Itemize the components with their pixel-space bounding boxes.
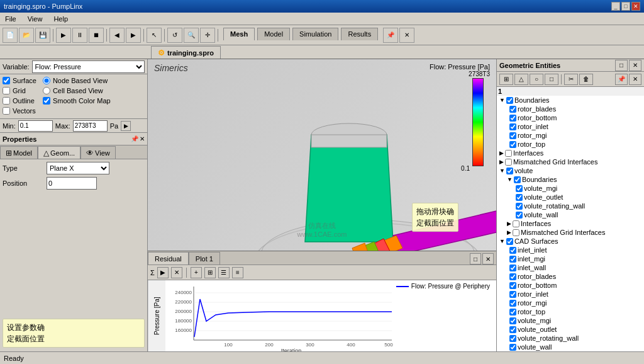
minmax-apply-button[interactable]: ▶ xyxy=(121,121,131,131)
props-tab-model[interactable]: ⊞ Model xyxy=(0,146,38,159)
cell-based-radio[interactable] xyxy=(43,87,50,94)
geo-btn-delete[interactable]: 🗑 xyxy=(579,74,593,85)
tree-volute-mgi-2[interactable]: volute_mgi xyxy=(497,316,644,325)
rotor-mgi-checkbox-2[interactable] xyxy=(509,300,516,307)
geo-btn-5[interactable]: ✂ xyxy=(564,74,578,85)
rotor-inlet-checkbox-2[interactable] xyxy=(509,291,516,298)
tree-volute-mgi[interactable]: volute_mgi xyxy=(497,184,644,193)
tree-volute-outlet-2[interactable]: volute_outlet xyxy=(497,325,644,334)
3d-viewport[interactable]: Simerics Flow: Pressure [Pa] 2738T3 0.1 xyxy=(148,59,496,251)
volute-mismatched-checkbox[interactable] xyxy=(513,229,519,236)
minimize-button[interactable]: _ xyxy=(611,2,620,11)
open-button[interactable]: 📂 xyxy=(19,28,34,43)
tree-rotor-blades-1[interactable]: rotor_blades xyxy=(497,105,644,113)
panel-close-button[interactable]: ✕ xyxy=(399,28,414,43)
props-tab-view[interactable]: 👁 View xyxy=(80,146,116,159)
rotor-blades-checkbox-2[interactable] xyxy=(509,273,516,280)
menu-view[interactable]: View xyxy=(25,15,45,23)
rotor-top-checkbox-1[interactable] xyxy=(509,141,516,148)
volute-mgi-checkbox[interactable] xyxy=(516,185,523,192)
tree-rotor-top-2[interactable]: rotor_top xyxy=(497,307,644,316)
min-input[interactable] xyxy=(18,120,53,132)
forward-button[interactable]: ▶ xyxy=(126,28,141,43)
pause-button[interactable]: ⏸ xyxy=(72,28,87,43)
tab-results[interactable]: Results xyxy=(341,28,378,40)
menu-help[interactable]: Help xyxy=(51,15,70,23)
volute-mgi-checkbox-2[interactable] xyxy=(509,317,516,324)
tree-cad-surfaces[interactable]: ▼ CAD Surfaces xyxy=(497,237,644,246)
geo-btn-4[interactable]: □ xyxy=(545,74,558,85)
tree-inlet-inlet[interactable]: inlet_inlet xyxy=(497,246,644,254)
rotor-blades-checkbox-1[interactable] xyxy=(509,106,516,113)
node-based-radio[interactable] xyxy=(43,77,50,84)
zoom-button[interactable]: 🔍 xyxy=(184,28,199,43)
panel-pin-button[interactable]: 📌 xyxy=(383,28,398,43)
position-input[interactable] xyxy=(47,177,97,190)
sort-ctrl-button[interactable]: ≡ xyxy=(232,267,243,278)
undo-button[interactable]: ↺ xyxy=(167,28,182,43)
right-pin-button[interactable]: 📌 xyxy=(615,74,628,85)
panel-close-bottom-button[interactable]: ✕ xyxy=(482,253,494,264)
rotor-mgi-checkbox-1[interactable] xyxy=(509,132,516,139)
geo-btn-3[interactable]: ○ xyxy=(530,74,543,85)
tree-rotor-bottom-2[interactable]: rotor_bottom xyxy=(497,281,644,290)
panel-pin-icon[interactable]: 📌 xyxy=(131,135,138,142)
tree-boundaries-1[interactable]: ▼ Boundaries xyxy=(497,96,644,105)
tree-rotor-blades-2[interactable]: rotor_blades xyxy=(497,272,644,281)
right-close-button[interactable]: ✕ xyxy=(629,74,641,85)
geo-btn-1[interactable]: ⊞ xyxy=(499,74,513,85)
boundaries-checkbox-1[interactable] xyxy=(506,97,513,104)
tree-volute-rotating-wall-2[interactable]: volute_rotating_wall xyxy=(497,334,644,343)
tree-volute-mismatched[interactable]: ▶ Mismatched Grid Interfaces xyxy=(497,228,644,237)
tree-interfaces-1[interactable]: ▶ Interfaces xyxy=(497,149,644,157)
tree-inlet-wall[interactable]: inlet_wall xyxy=(497,263,644,272)
tree-mismatched-1[interactable]: ▶ Mismatched Grid Interfaces xyxy=(497,157,644,166)
file-tab-trainging[interactable]: ⚙ trainging.spro xyxy=(151,46,221,59)
variable-select[interactable]: Flow: Pressure xyxy=(32,60,145,73)
tree-rotor-inlet-2[interactable]: rotor_inlet xyxy=(497,290,644,299)
window-controls[interactable]: _ □ ✕ xyxy=(611,2,640,11)
tree-inlet-mgi[interactable]: inlet_mgi xyxy=(497,254,644,263)
inlet-mgi-checkbox[interactable] xyxy=(509,256,516,263)
tab-mesh[interactable]: Mesh xyxy=(223,28,255,40)
stop-button[interactable]: ⏹ xyxy=(89,28,104,43)
volute-interfaces-checkbox[interactable] xyxy=(513,220,519,227)
volute-rotating-wall-checkbox[interactable] xyxy=(516,203,523,210)
play-button[interactable]: ▶ xyxy=(56,28,71,43)
list-ctrl-button[interactable]: ☰ xyxy=(218,267,230,278)
plot-area[interactable]: Flow: Pressure @ Periphery xyxy=(165,280,496,351)
tree-volute[interactable]: ▼ volute xyxy=(497,166,644,175)
cad-surfaces-checkbox[interactable] xyxy=(506,238,513,245)
rotor-bottom-checkbox-2[interactable] xyxy=(509,282,516,289)
right-panel-float-button[interactable]: □ xyxy=(615,60,628,71)
volute-checkbox[interactable] xyxy=(506,168,513,174)
tree-volute-boundaries[interactable]: ▼ Boundaries xyxy=(497,175,644,184)
save-button[interactable]: 💾 xyxy=(35,28,50,43)
add-ctrl-button[interactable]: + xyxy=(191,267,202,278)
rotor-top-checkbox-2[interactable] xyxy=(509,309,516,316)
props-tab-geom[interactable]: △ Geom... xyxy=(38,146,80,159)
tree-rotor-mgi-1[interactable]: rotor_mgi xyxy=(497,131,644,140)
vectors-checkbox[interactable] xyxy=(3,107,10,115)
tab-model[interactable]: Model xyxy=(257,28,290,40)
clear-ctrl-button[interactable]: ✕ xyxy=(171,267,182,278)
tab-simulation[interactable]: Simulation xyxy=(292,28,338,40)
tree-rotor-inlet-1[interactable]: rotor_inlet xyxy=(497,122,644,131)
geo-btn-2[interactable]: △ xyxy=(514,74,528,85)
inlet-wall-checkbox[interactable] xyxy=(509,264,516,271)
mismatched-checkbox-1[interactable] xyxy=(505,159,512,166)
menu-file[interactable]: File xyxy=(3,15,19,23)
smooth-color-checkbox[interactable] xyxy=(43,97,50,105)
inlet-inlet-checkbox[interactable] xyxy=(509,247,516,254)
volute-outlet-checkbox[interactable] xyxy=(516,194,523,201)
tree-rotor-bottom-1[interactable]: rotor_bottom xyxy=(497,113,644,122)
tree-volute-wall-2[interactable]: volute_wall xyxy=(497,343,644,351)
type-select[interactable]: Plane X xyxy=(47,162,109,174)
remove-ctrl-button[interactable]: ⊞ xyxy=(204,267,216,278)
panel-close-icon[interactable]: ✕ xyxy=(140,135,145,142)
volute-boundaries-checkbox[interactable] xyxy=(514,176,521,183)
tab-residual[interactable]: Residual xyxy=(148,252,189,264)
interfaces-checkbox-1[interactable] xyxy=(505,150,512,157)
surface-checkbox[interactable] xyxy=(3,77,10,84)
rotor-inlet-checkbox-1[interactable] xyxy=(509,123,516,130)
